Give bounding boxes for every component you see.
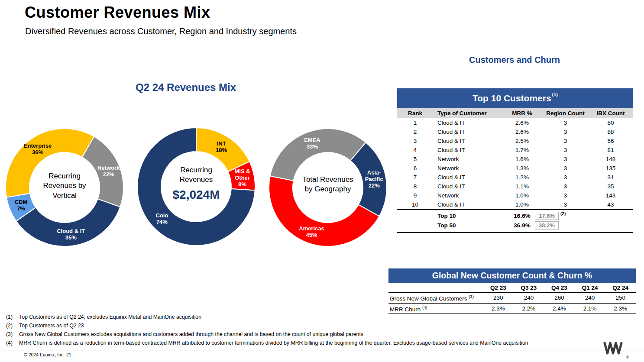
donut-center-line: Recurring (23, 171, 106, 181)
table-cell: 3 (543, 138, 588, 144)
table-row: 6Network1.3%3135 (397, 164, 633, 173)
table-row: 10Cloud & IT1.0%343 (397, 200, 633, 209)
table-cell: 31 (588, 174, 633, 181)
table-cell: 88 (588, 129, 633, 135)
table-cell: 3 (543, 192, 588, 199)
table-cell: 35 (588, 183, 633, 190)
footnote-number: (4) (6, 340, 19, 346)
donut-segment-label: INT18% (216, 140, 227, 153)
table-cell: Cloud & IT (433, 120, 502, 126)
top10-table-title: Top 10 Customers (1) (397, 88, 633, 108)
top10-customers-table: Top 10 Customers (1) RankType of Custome… (397, 88, 633, 233)
table-cell: 3 (543, 183, 588, 190)
slide: Customer Revenues Mix Diversified Revenu… (0, 0, 644, 362)
table-cell: 3 (543, 174, 588, 181)
table-cell: 3 (543, 201, 588, 208)
footnote-text: MRR Churn is defined as a reduction in t… (19, 340, 528, 346)
table-row: MRR Churn (4)2.3%2.2%2.4%2.1%2.3% (388, 304, 636, 314)
revenues-mix-heading: Q2 24 Revenues Mix (136, 81, 236, 94)
top10-table-body: 1Cloud & IT2.6%3802Cloud & IT2.6%3883Clo… (397, 118, 633, 210)
table-cell: Network (433, 192, 502, 199)
page-number: 21 (66, 352, 71, 357)
table-cell: 250 (605, 294, 636, 301)
summary-row: Top 1016.6%17.6%(2) (397, 211, 633, 221)
donut-center-line: Revenues (155, 175, 237, 184)
table-row: 2Cloud & IT2.6%388 (397, 127, 633, 136)
table-cell: 2.3% (605, 305, 636, 312)
table-row: 1Cloud & IT2.6%380 (397, 118, 633, 127)
table-row: 8Cloud & IT1.1%335 (397, 182, 633, 191)
footnote-ref-1: (1) (552, 92, 558, 97)
table-cell: 56 (588, 138, 633, 144)
footnote-text: Top Customers as of Q2 23 (19, 323, 84, 329)
registered-trademark-symbol: ® (626, 355, 629, 359)
table-cell: Cloud & IT (433, 138, 502, 144)
table-cell: Network (433, 156, 502, 162)
table-cell: 4 (397, 147, 433, 153)
donut-center-line: Revenues by (23, 181, 106, 191)
column-header: Rank (397, 110, 433, 116)
table-cell: 2 (397, 129, 433, 135)
row-label: MRR Churn (4) (388, 305, 483, 313)
footnote: (1)Top Customers as of Q2 24; excludes E… (6, 314, 582, 320)
table-cell: 2.1% (575, 305, 605, 312)
table-cell: 3 (543, 120, 588, 126)
footnote-number: (3) (6, 331, 19, 337)
table-cell: 1.0% (502, 201, 543, 208)
summary-label: Top 50 (437, 222, 456, 229)
table-row: Gross New Global Customers (3)2302402602… (388, 293, 636, 304)
table-cell: 1.1% (502, 183, 543, 190)
table-cell: 1.6% (502, 156, 543, 162)
top10-column-headers: RankType of CustomerMRR %Region CountIBX… (397, 108, 633, 118)
table-cell: 2.6% (502, 129, 543, 135)
table-cell: 1.7% (502, 147, 543, 153)
table-cell: 10 (397, 201, 433, 208)
table-cell: Network (433, 165, 502, 171)
table-cell: 2.6% (502, 120, 543, 126)
table-cell: 2.4% (544, 305, 575, 312)
footnote-number: (2) (6, 323, 19, 329)
table-cell: 9 (397, 192, 433, 199)
prior-year-value: 38.2% (535, 221, 559, 229)
table-cell: Cloud & IT (433, 147, 502, 153)
summary-label: Top 10 (437, 213, 456, 219)
footnote-ref-2: (2) (560, 211, 566, 216)
table-cell: Cloud & IT (433, 201, 502, 208)
table-row: 5Network1.6%3148 (397, 155, 633, 164)
top10-summary-rows: Top 1016.6%17.6%(2)Top 5036.9%38.2% (397, 210, 633, 233)
customers-churn-heading: Customers and Churn (469, 55, 560, 65)
donut1-center-label: RecurringRevenues byVertical (23, 171, 106, 200)
table-cell: 3 (543, 147, 588, 153)
row-label: Gross New Global Customers (3) (388, 294, 483, 302)
table-row: 4Cloud & IT1.7%381 (397, 145, 633, 155)
global-table-title: Global New Customer Count & Churn % (388, 268, 636, 283)
table-cell: 3 (397, 138, 433, 144)
copyright-text: © 2024 Equinix, Inc. (24, 352, 65, 357)
table-cell: 3 (543, 156, 588, 162)
footnote-text: Top Customers as of Q2 24; excludes Equi… (19, 314, 201, 320)
table-cell: Cloud & IT (433, 183, 502, 190)
table-cell: Cloud & IT (433, 174, 502, 181)
column-header: Q2 24 (605, 284, 636, 291)
column-header: IBX Count (588, 110, 633, 116)
table-cell: 6 (397, 165, 433, 171)
global-table-body: Gross New Global Customers (3)2302402602… (388, 293, 636, 314)
table-cell: 230 (483, 294, 514, 301)
table-cell: 8 (397, 183, 433, 190)
footnote-text: Gross New Global Customers excludes acqu… (19, 331, 363, 337)
footnote: (4)MRR Churn is defined as a reduction i… (6, 340, 582, 346)
donut2-center-label: RecurringRevenues$2,024M (155, 165, 237, 203)
summary-row: Top 5036.9%38.2% (397, 221, 633, 230)
table-cell: 80 (588, 120, 633, 126)
column-header: Region Count (543, 110, 588, 116)
table-cell: 81 (588, 147, 633, 153)
footnote: (2)Top Customers as of Q2 23 (6, 323, 582, 329)
table-cell: 3 (543, 165, 588, 171)
table-cell: 135 (588, 165, 633, 171)
table-cell: 1 (397, 120, 433, 126)
global-column-headers: Q2 23Q3 23Q4 23Q1 24Q2 24 (388, 283, 636, 293)
table-cell: 240 (575, 294, 605, 301)
footnotes: (1)Top Customers as of Q2 24; excludes E… (6, 314, 582, 349)
table-cell: 7 (397, 174, 433, 181)
donut-center-line: Vertical (23, 191, 106, 200)
